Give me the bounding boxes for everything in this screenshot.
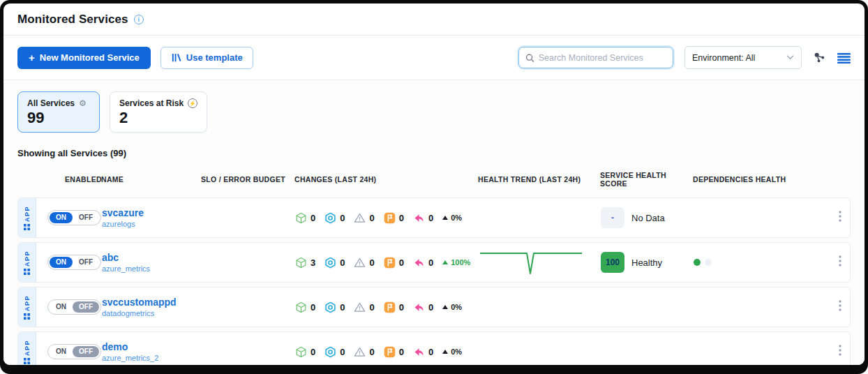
services-at-risk-count: 2: [119, 110, 197, 126]
health-trend-cell: [479, 246, 601, 279]
config-hex-icon: [324, 257, 336, 269]
kebab-menu-icon[interactable]: [839, 211, 841, 225]
col-health-trend: HEALTH TREND (LAST 24H): [478, 175, 600, 184]
changes-delta: 100%: [442, 258, 470, 267]
summary-cards: All Services ⚙ 99 Services at Risk ⚡ 2: [17, 91, 851, 133]
col-health-score: SERVICE HEALTH SCORE: [600, 171, 693, 188]
service-name-link[interactable]: svcazure: [102, 207, 202, 218]
service-name-link[interactable]: abc: [102, 252, 202, 263]
list-view-icon: [837, 52, 851, 63]
col-slo: SLO / ERROR BUDGET: [201, 175, 294, 184]
service-enabled-toggle[interactable]: ON OFF: [47, 255, 101, 270]
col-enabled: ENABLED: [47, 175, 101, 184]
table-row: APP ON OFF svcazure azurelogs 0 0: [17, 197, 851, 238]
app-tag-label: APP: [24, 206, 31, 222]
feature-flag-icon: [384, 301, 396, 313]
table-row: APP ON OFF abc azure_metrics 3 0: [17, 242, 851, 283]
list-view-button[interactable]: [837, 52, 851, 63]
feature-flag-icon: [384, 212, 396, 224]
dependencies-cell: [694, 259, 791, 266]
changes-delta: 0%: [442, 347, 462, 356]
plus-icon: +: [29, 52, 35, 63]
config-hex-icon: [324, 212, 336, 224]
service-map-button[interactable]: [813, 51, 826, 64]
alert-triangle-icon: [354, 346, 366, 358]
service-enabled-toggle[interactable]: ON OFF: [47, 299, 101, 315]
changes-cell: 0 0 0 0 0 0%: [295, 301, 479, 313]
alert-triangle-icon: [354, 257, 366, 269]
deployment-cube-icon: [295, 346, 307, 358]
service-enabled-toggle[interactable]: ON OFF: [47, 210, 101, 225]
kebab-menu-icon[interactable]: [839, 345, 841, 359]
app-type-tag[interactable]: APP: [18, 243, 36, 282]
changes-cell: 0 0 0 0 0 0%: [295, 346, 479, 358]
template-icon: [171, 52, 181, 63]
search-input[interactable]: [539, 53, 666, 63]
all-services-card[interactable]: All Services ⚙ 99: [17, 91, 100, 133]
feature-flag-icon: [384, 346, 396, 358]
health-trend-sparkline: [479, 246, 583, 276]
table-row: APP ON OFF svccustomappd datadogmetrics …: [17, 287, 851, 327]
new-monitored-service-button[interactable]: + New Monitored Service: [17, 47, 151, 69]
app-tag-label: APP: [24, 250, 31, 267]
use-template-button[interactable]: Use template: [160, 47, 253, 69]
health-score-cell: 100 Healthy: [601, 252, 694, 273]
search-icon: [525, 53, 534, 63]
page-title: Monitored Services: [17, 13, 128, 27]
deployment-cube-icon: [295, 301, 307, 313]
health-score-cell: - No Data: [601, 207, 694, 228]
alert-triangle-icon: [354, 301, 366, 313]
service-name-link[interactable]: svccustomappd: [102, 297, 202, 308]
app-type-tag[interactable]: APP: [18, 287, 36, 327]
col-changes: CHANGES (LAST 24H): [294, 175, 478, 184]
incident-share-icon: [413, 212, 425, 224]
kebab-menu-icon[interactable]: [839, 255, 841, 269]
all-services-count: 99: [27, 110, 90, 126]
services-at-risk-card[interactable]: Services at Risk ⚡ 2: [110, 91, 207, 133]
incident-share-icon: [413, 301, 425, 313]
app-tag-label: APP: [24, 295, 31, 311]
service-name-link[interactable]: demo: [102, 341, 202, 352]
info-icon[interactable]: i: [134, 15, 144, 24]
col-dependencies: DEPENDENCIES HEALTH: [693, 175, 791, 184]
body-area: All Services ⚙ 99 Services at Risk ⚡ 2 S…: [3, 80, 865, 365]
delta-up-icon: [442, 305, 448, 309]
app-grid-icon: [24, 313, 30, 320]
app-grid-icon: [24, 269, 30, 275]
changes-cell: 3 0 0 0 0 100%: [295, 257, 479, 269]
monitored-services-page: Monitored Services i + New Monitored Ser…: [3, 3, 865, 365]
service-subtitle: azurelogs: [102, 220, 202, 228]
delta-up-icon: [442, 216, 448, 220]
app-tag-label: APP: [24, 340, 31, 356]
use-template-label: Use template: [186, 52, 243, 63]
dependency-unknown-dot[interactable]: [705, 259, 712, 266]
all-services-label: All Services: [27, 98, 75, 108]
toolbar-right: Environment: All: [518, 46, 851, 69]
deployment-cube-icon: [295, 212, 307, 224]
health-score-label: Healthy: [631, 257, 662, 268]
service-subtitle: azure_metrics_2: [102, 354, 202, 362]
page-header: Monitored Services i: [3, 3, 865, 36]
risk-bolt-icon: ⚡: [188, 98, 197, 108]
health-score-badge: 100: [601, 252, 624, 273]
toolbar: + New Monitored Service Use template Env…: [3, 36, 865, 80]
app-grid-icon: [24, 224, 30, 230]
kebab-menu-icon[interactable]: [839, 300, 841, 314]
services-at-risk-label: Services at Risk: [119, 98, 184, 108]
config-hex-icon: [324, 346, 336, 358]
service-enabled-toggle[interactable]: ON OFF: [47, 344, 101, 359]
alert-triangle-icon: [354, 212, 366, 224]
app-type-tag[interactable]: APP: [18, 198, 36, 237]
col-name: NAME: [101, 175, 201, 184]
new-monitored-service-label: New Monitored Service: [40, 52, 140, 63]
table-header: ENABLED NAME SLO / ERROR BUDGET CHANGES …: [17, 171, 851, 188]
app-type-tag[interactable]: APP: [18, 332, 36, 365]
app-grid-icon: [24, 358, 30, 364]
service-subtitle: azure_metrics: [102, 264, 202, 273]
health-score-label: No Data: [631, 213, 665, 223]
changes-cell: 0 0 0 0 0 0%: [295, 212, 479, 224]
window-frame: Monitored Services i + New Monitored Ser…: [0, 0, 868, 374]
environment-select[interactable]: Environment: All: [684, 46, 802, 69]
incident-share-icon: [413, 257, 425, 269]
dependency-healthy-dot[interactable]: [694, 259, 701, 266]
